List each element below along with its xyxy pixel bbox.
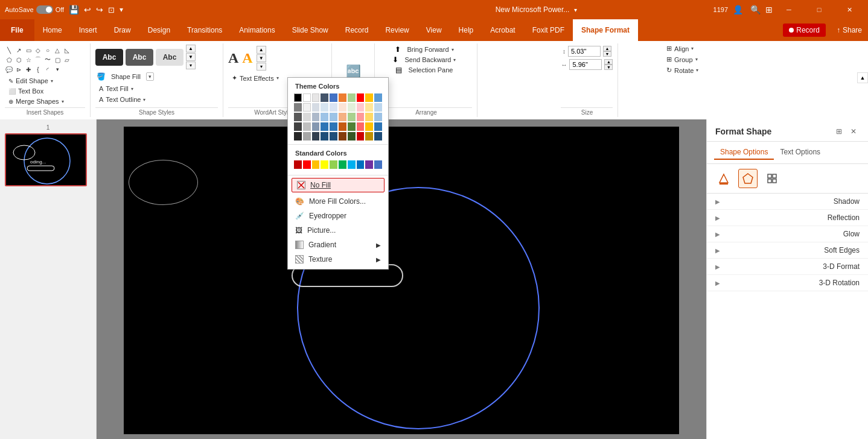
color-dark-blue[interactable] <box>312 132 320 141</box>
std-color-dark-red[interactable] <box>294 160 302 169</box>
selection-pane-button[interactable]: Selection Pane <box>404 65 456 75</box>
layout-icon[interactable]: ⊞ <box>765 5 773 14</box>
color-pale-red[interactable] <box>357 103 365 112</box>
color-bright-blue-2[interactable] <box>330 122 337 131</box>
color-medium-yellow[interactable] <box>365 113 373 121</box>
tab-home[interactable]: Home <box>34 19 71 41</box>
color-yellow-orange[interactable] <box>365 93 373 102</box>
save-icon[interactable]: 💾 <box>69 5 79 14</box>
color-medium-gray-2[interactable] <box>303 132 311 141</box>
color-light-blue-gray[interactable] <box>312 103 320 112</box>
color-light-gray[interactable] <box>312 93 320 102</box>
format-icon-fill[interactable] <box>714 169 733 188</box>
std-color-orange[interactable] <box>312 160 320 169</box>
color-forest-green[interactable] <box>348 132 356 141</box>
merge-shapes-button[interactable]: ⊕ Merge Shapes ▾ <box>5 96 68 106</box>
slide-canvas[interactable]: oding... <box>124 127 679 434</box>
color-medium-green[interactable] <box>348 113 356 121</box>
color-pale-orange[interactable] <box>339 103 346 112</box>
shape-parallelogram-icon[interactable]: ▱ <box>63 55 71 64</box>
width-spin-down[interactable]: ▼ <box>604 65 613 70</box>
shape-arc-icon[interactable]: ◜ <box>43 65 52 74</box>
color-light-gray-2[interactable] <box>303 113 311 121</box>
color-light-green[interactable] <box>348 93 356 102</box>
shape-circle-icon[interactable]: ○ <box>43 46 52 54</box>
shape-triangle-icon[interactable]: △ <box>53 46 62 54</box>
color-medium-blue-4[interactable] <box>374 113 382 121</box>
restore-icon[interactable]: ⊡ <box>108 5 115 14</box>
edit-shape-button[interactable]: ✎ Edit Shape ▾ <box>5 76 68 86</box>
tab-review[interactable]: Review <box>377 19 417 41</box>
wordart-scroll-up[interactable]: ▲ <box>257 46 266 54</box>
tab-file[interactable]: File <box>0 19 34 41</box>
std-color-yellow[interactable] <box>321 160 328 169</box>
shape-brace-icon[interactable]: { <box>34 65 42 74</box>
gradient-item[interactable]: Gradient ▶ <box>288 238 388 252</box>
ribbon-collapse-button[interactable]: ▲ <box>857 72 868 83</box>
format-tab-text-options[interactable]: Text Options <box>774 145 826 160</box>
color-dark-orange[interactable] <box>339 122 346 131</box>
shape-chevron-icon[interactable]: ⊳ <box>14 65 23 74</box>
shape-cross-icon[interactable]: ✚ <box>24 65 33 74</box>
picture-item[interactable]: 🖼 Picture... <box>288 223 388 238</box>
format-icon-layout[interactable] <box>762 169 782 188</box>
color-dark-gray-2[interactable] <box>294 113 302 121</box>
color-medium-blue[interactable] <box>374 93 382 102</box>
shape-arrow-icon[interactable]: ↗ <box>14 46 23 54</box>
color-medium-orange[interactable] <box>339 113 346 121</box>
shape-star-icon[interactable]: ☆ <box>24 55 33 64</box>
format-panel-collapse[interactable]: ⊞ <box>833 125 845 137</box>
tab-help[interactable]: Help <box>450 19 482 41</box>
wordart-scroll-more[interactable]: ▾ <box>257 63 266 71</box>
style-btn-light[interactable]: Abc <box>156 49 183 66</box>
tab-draw[interactable]: Draw <box>106 19 139 41</box>
text-effects-button[interactable]: ✦ Text Effects ▾ <box>228 73 282 83</box>
format-tab-shape-options[interactable]: Shape Options <box>714 145 774 160</box>
height-spin-down[interactable]: ▼ <box>603 51 611 57</box>
color-navy-2[interactable] <box>330 132 337 141</box>
shape-expand-icon[interactable]: ▾ <box>53 65 62 74</box>
std-color-lime[interactable] <box>330 160 337 169</box>
color-pale-blue-2[interactable] <box>374 103 382 112</box>
shadow-section[interactable]: ▶ Shadow <box>707 194 868 210</box>
color-orange[interactable] <box>339 93 346 102</box>
color-near-white[interactable] <box>303 103 311 112</box>
minimize-button[interactable]: ─ <box>775 0 803 19</box>
color-dark-green[interactable] <box>348 122 356 131</box>
shape-diamond-icon[interactable]: ◇ <box>34 46 42 54</box>
color-medium-blue-gray[interactable] <box>312 113 320 121</box>
width-spin-up[interactable]: ▲ <box>604 59 613 65</box>
std-color-purple[interactable] <box>365 160 373 169</box>
color-blue[interactable] <box>330 93 337 102</box>
color-pale-green[interactable] <box>348 103 356 112</box>
shape-fill-arrow[interactable]: ▾ <box>146 72 154 81</box>
soft-edges-section[interactable]: ▶ Soft Edges <box>707 242 868 259</box>
small-circle-shape[interactable] <box>129 160 198 205</box>
record-button-top[interactable]: Record <box>783 24 826 37</box>
color-gold[interactable] <box>365 122 373 131</box>
color-red[interactable] <box>357 93 365 102</box>
text-fill-button[interactable]: A Text Fill ▾ <box>95 84 137 93</box>
title-dropdown-icon[interactable]: ▾ <box>574 7 577 13</box>
color-pale-yellow[interactable] <box>365 103 373 112</box>
shape-callout-icon[interactable]: 💬 <box>5 65 13 74</box>
color-medium-gray[interactable] <box>303 122 311 131</box>
style-btn-medium[interactable]: Abc <box>126 49 153 66</box>
color-bright-blue-3[interactable] <box>374 122 382 131</box>
color-brown[interactable] <box>339 132 346 141</box>
color-medium-red[interactable] <box>357 113 365 121</box>
shape-hex-icon[interactable]: ⬡ <box>14 55 23 64</box>
search-icon[interactable]: 🔍 <box>750 5 761 14</box>
send-backward-button[interactable]: Send Backward ▾ <box>401 55 459 65</box>
autosave-toggle[interactable] <box>36 5 53 14</box>
color-dark-red[interactable] <box>357 132 365 141</box>
wordart-a-gradient[interactable]: A <box>242 50 252 66</box>
color-white[interactable] <box>303 93 311 102</box>
tab-foxit[interactable]: Foxit PDF <box>524 19 573 41</box>
color-light-blue[interactable] <box>321 103 328 112</box>
user-icon[interactable]: 👤 <box>733 5 743 14</box>
color-bright-blue[interactable] <box>321 122 328 131</box>
shape-line-icon[interactable]: ╲ <box>5 46 13 54</box>
tab-shapeformat[interactable]: Shape Format <box>573 19 638 41</box>
customize-icon[interactable]: ▾ <box>120 5 123 14</box>
